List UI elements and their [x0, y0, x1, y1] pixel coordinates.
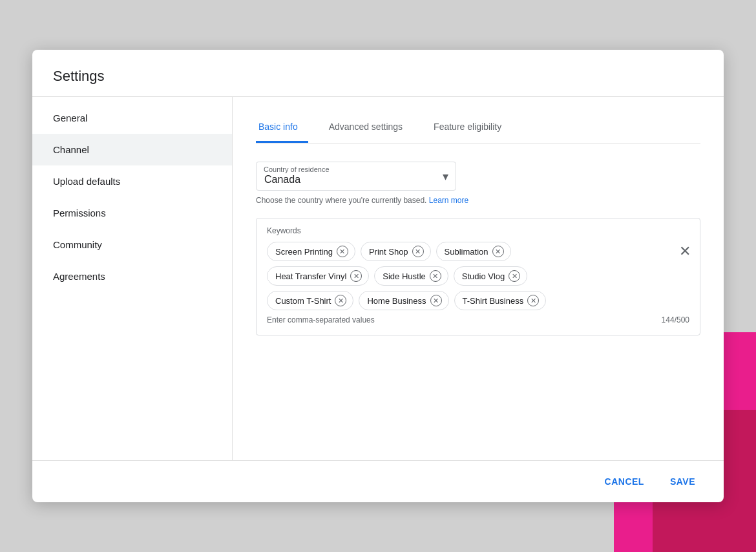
keywords-row-2: Heat Transfer Vinyl ✕ Side Hustle ✕ Stud… — [267, 266, 689, 286]
sidebar: General Channel Upload defaults Permissi… — [32, 97, 233, 460]
chip-side-hustle: Side Hustle ✕ — [374, 266, 448, 286]
chip-screen-printing: Screen Printing ✕ — [267, 242, 355, 261]
cancel-button[interactable]: CANCEL — [597, 471, 652, 492]
keywords-footer: Enter comma-separated values 144/500 — [267, 315, 689, 324]
sidebar-item-permissions[interactable]: Permissions — [32, 197, 232, 229]
tab-basic-info[interactable]: Basic info — [256, 115, 308, 143]
chip-print-shop: Print Shop ✕ — [361, 242, 431, 261]
remove-chip-heat-transfer[interactable]: ✕ — [350, 270, 362, 282]
chip-home-business: Home Business ✕ — [359, 291, 448, 310]
remove-chip-screen-printing[interactable]: ✕ — [337, 246, 348, 257]
settings-modal: Settings General Channel Upload defaults… — [32, 50, 724, 502]
modal-body: General Channel Upload defaults Permissi… — [32, 97, 724, 460]
remove-chip-custom-tshirt[interactable]: ✕ — [335, 295, 346, 306]
keywords-box: Keywords Screen Printing ✕ Print Shop ✕ … — [256, 218, 700, 335]
save-button[interactable]: SAVE — [662, 471, 703, 492]
chip-tshirt-business: T-Shirt Business ✕ — [454, 291, 547, 310]
sidebar-item-community[interactable]: Community — [32, 229, 232, 260]
country-helper-text: Choose the country where you're currentl… — [256, 196, 700, 205]
chip-sublimation: Sublimation ✕ — [436, 242, 511, 261]
keywords-placeholder: Enter comma-separated values — [267, 315, 375, 324]
country-select-wrapper: Country of residence Canada United State… — [256, 162, 456, 191]
learn-more-link[interactable]: Learn more — [429, 196, 468, 205]
remove-chip-tshirt-business[interactable]: ✕ — [527, 295, 539, 306]
modal-header: Settings — [32, 50, 724, 97]
main-content: Basic info Advanced settings Feature eli… — [233, 97, 724, 460]
keywords-label: Keywords — [267, 226, 689, 235]
modal-title: Settings — [53, 68, 105, 84]
remove-chip-print-shop[interactable]: ✕ — [412, 246, 424, 257]
sidebar-item-channel[interactable]: Channel — [32, 134, 232, 165]
remove-chip-home-business[interactable]: ✕ — [430, 295, 442, 306]
modal-footer: CANCEL SAVE — [32, 460, 724, 502]
sidebar-item-upload-defaults[interactable]: Upload defaults — [32, 165, 232, 197]
keywords-char-count: 144/500 — [662, 315, 689, 324]
remove-chip-sublimation[interactable]: ✕ — [492, 246, 504, 257]
country-select[interactable]: Canada United States United Kingdom — [256, 162, 456, 191]
chip-heat-transfer-vinyl: Heat Transfer Vinyl ✕ — [267, 266, 369, 286]
sidebar-item-agreements[interactable]: Agreements — [32, 260, 232, 292]
clear-all-keywords[interactable]: ✕ — [679, 244, 691, 259]
remove-chip-side-hustle[interactable]: ✕ — [430, 270, 441, 282]
chip-custom-tshirt: Custom T-Shirt ✕ — [267, 291, 353, 310]
tab-feature-eligibility[interactable]: Feature eligibility — [431, 115, 512, 143]
tabs-bar: Basic info Advanced settings Feature eli… — [256, 115, 700, 143]
keywords-row-3: Custom T-Shirt ✕ Home Business ✕ T-Shirt… — [267, 291, 689, 310]
chip-studio-vlog: Studio Vlog ✕ — [454, 266, 528, 286]
tab-advanced-settings[interactable]: Advanced settings — [326, 115, 413, 143]
remove-chip-studio-vlog[interactable]: ✕ — [509, 270, 520, 282]
sidebar-item-general[interactable]: General — [32, 102, 232, 134]
keywords-row-1: Screen Printing ✕ Print Shop ✕ Sublimati… — [267, 242, 689, 261]
